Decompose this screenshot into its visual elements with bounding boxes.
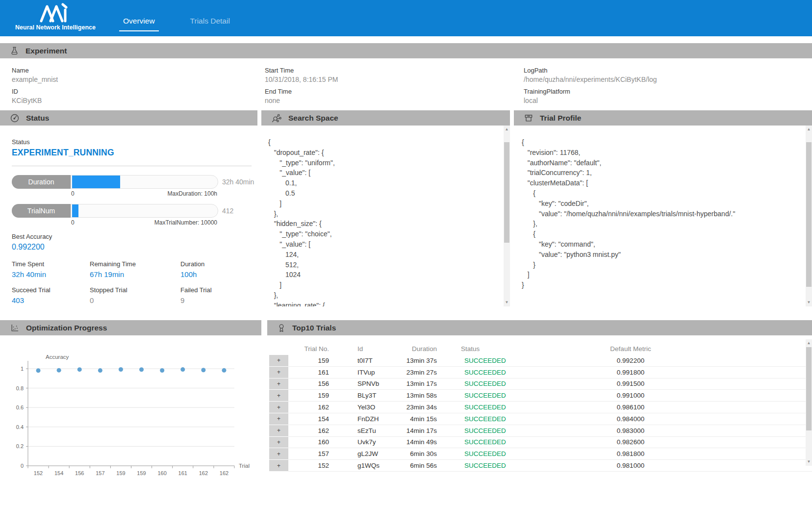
scrollbar-thumb[interactable] bbox=[504, 142, 509, 243]
expand-row-button[interactable]: + bbox=[269, 402, 288, 413]
cell-status: SUCCEEDED bbox=[437, 460, 555, 472]
field-label: LogPath bbox=[524, 67, 812, 74]
cell-id: ITVup bbox=[332, 367, 404, 379]
nni-logo[interactable]: Neural Network Intelligence bbox=[14, 3, 97, 31]
optimization-panel: Optimization Progress 10.80.60.40.201521… bbox=[0, 320, 261, 486]
expand-row-button[interactable]: + bbox=[269, 367, 288, 379]
cell-duration: 13min 37s bbox=[404, 355, 437, 367]
expand-row-button[interactable]: + bbox=[269, 355, 288, 367]
cell-id: Uvk7y bbox=[332, 437, 404, 449]
scrollbar-thumb[interactable] bbox=[806, 347, 812, 430]
col-default-metric: Default Metric bbox=[555, 342, 707, 355]
cell-trial-no: 154 bbox=[288, 413, 332, 425]
search-space-scrollbar[interactable]: ▲ ▼ bbox=[504, 126, 510, 306]
scroll-down-icon[interactable]: ▼ bbox=[806, 459, 812, 465]
nni-logo-mark bbox=[40, 3, 71, 23]
cell-default-metric: 0.981800 bbox=[555, 448, 707, 460]
search-space-panel: Search Space { "dropout_rate": { "_type"… bbox=[261, 110, 510, 306]
tab-overview[interactable]: Overview bbox=[119, 17, 159, 31]
table-row: +159BLy3T13min 58sSUCCEEDED0.991000 bbox=[269, 390, 812, 402]
cell-id: Yel3O bbox=[332, 402, 404, 413]
table-row: +152g1WQs6min 56sSUCCEEDED0.981000 bbox=[269, 460, 812, 472]
cell-id: FnDZH bbox=[332, 413, 404, 425]
cell-status: SUCCEEDED bbox=[437, 437, 555, 449]
field-label: End Time bbox=[265, 88, 524, 95]
cell-duration: 4min 15s bbox=[404, 413, 437, 425]
duration-bar-max: MaxDuration: 100h bbox=[168, 190, 217, 197]
cell-status: SUCCEEDED bbox=[437, 402, 555, 413]
cell-trial-no: 159 bbox=[288, 390, 332, 402]
expand-row-button[interactable]: + bbox=[269, 379, 288, 390]
stat-label: Remaining Time bbox=[90, 260, 180, 268]
expand-row-button[interactable]: + bbox=[269, 460, 288, 472]
top10-scrollbar[interactable]: ▲ ▼ bbox=[806, 339, 812, 466]
stat-label: Time Spent bbox=[12, 260, 90, 268]
expand-row-button[interactable]: + bbox=[269, 413, 288, 425]
stat-value: 0 bbox=[90, 296, 180, 304]
scroll-down-icon[interactable]: ▼ bbox=[504, 300, 510, 305]
cell-trial-no: 152 bbox=[288, 460, 332, 472]
cell-trial-no: 160 bbox=[288, 437, 332, 449]
expand-row-button[interactable]: + bbox=[269, 425, 288, 437]
field-label: Name bbox=[12, 67, 265, 74]
svg-text:159: 159 bbox=[137, 470, 146, 476]
trialnum-bar-track bbox=[71, 204, 218, 218]
svg-text:Accuracy: Accuracy bbox=[46, 354, 69, 360]
cell-trial-no: 159 bbox=[288, 355, 332, 367]
brand-title: Neural Network Intelligence bbox=[15, 24, 96, 31]
svg-text:0.8: 0.8 bbox=[16, 385, 24, 391]
scrollbar-thumb[interactable] bbox=[806, 142, 812, 287]
col-trial-no: Trial No. bbox=[288, 342, 332, 355]
svg-text:152: 152 bbox=[34, 470, 43, 476]
field-value: none bbox=[265, 97, 524, 104]
stat-value: 32h 40min bbox=[12, 270, 90, 278]
duration-progress-bar: Duration 32h 40min bbox=[12, 175, 254, 189]
cell-duration: 23min 34s bbox=[404, 402, 437, 413]
scroll-up-icon[interactable]: ▲ bbox=[806, 126, 812, 132]
trial-profile-panel: Trial Profile { "revision": 11768, "auth… bbox=[514, 110, 812, 306]
expand-row-button[interactable]: + bbox=[269, 390, 288, 402]
expand-row-button[interactable]: + bbox=[269, 448, 288, 460]
status-panel-header: Status bbox=[0, 110, 257, 126]
table-row: +162Yel3O23min 34sSUCCEEDED0.986100 bbox=[269, 402, 812, 413]
scroll-down-icon[interactable]: ▼ bbox=[806, 300, 812, 305]
accuracy-scatter-chart: 10.80.60.40.2015215415615715915916016116… bbox=[0, 335, 261, 484]
nav-tabs: Overview Trials Detail bbox=[119, 17, 234, 31]
cell-status: SUCCEEDED bbox=[437, 355, 555, 367]
duration-bar-track bbox=[71, 175, 218, 189]
status-label: Status bbox=[12, 138, 254, 146]
table-row: +160Uvk7y14min 49sSUCCEEDED0.982600 bbox=[269, 437, 812, 449]
stat-label: Succeed Trial bbox=[12, 286, 90, 294]
optimization-chart-svg: 10.80.60.40.2015215415615715915916016116… bbox=[0, 335, 261, 482]
cell-status: SUCCEEDED bbox=[437, 448, 555, 460]
cell-status: SUCCEEDED bbox=[437, 367, 555, 379]
svg-text:0: 0 bbox=[21, 463, 24, 469]
search-space-header: Search Space bbox=[261, 110, 510, 126]
stat-label: Failed Trial bbox=[180, 286, 254, 294]
tab-trials-detail[interactable]: Trials Detail bbox=[186, 17, 234, 31]
trialnum-bar-max: MaxTrialNumber: 10000 bbox=[154, 219, 217, 226]
cell-status: SUCCEEDED bbox=[437, 425, 555, 437]
stat-value: 67h 19min bbox=[90, 270, 180, 278]
status-panel: Status Status EXPERIMENT_RUNNING Duratio… bbox=[0, 110, 257, 306]
medal-icon bbox=[277, 323, 286, 333]
cell-default-metric: 0.991500 bbox=[555, 379, 707, 390]
svg-text:162: 162 bbox=[199, 470, 208, 476]
cell-duration: 13min 58s bbox=[404, 390, 437, 402]
cell-id: g1WQs bbox=[332, 460, 404, 472]
cell-duration: 6min 30s bbox=[404, 448, 437, 460]
experiment-fields: Name example_mnist ID KCiBytKB Start Tim… bbox=[0, 58, 812, 109]
field-value: 10/31/2018, 8:16:15 PM bbox=[265, 76, 524, 83]
cell-trial-no: 157 bbox=[288, 448, 332, 460]
cell-default-metric: 0.992200 bbox=[555, 355, 707, 367]
cell-status: SUCCEEDED bbox=[437, 379, 555, 390]
scroll-up-icon[interactable]: ▲ bbox=[806, 340, 812, 346]
expand-row-button[interactable]: + bbox=[269, 437, 288, 449]
molecule-icon bbox=[271, 113, 282, 123]
scroll-up-icon[interactable]: ▲ bbox=[504, 126, 510, 132]
cell-trial-no: 161 bbox=[288, 367, 332, 379]
trial-profile-scrollbar[interactable]: ▲ ▼ bbox=[806, 126, 812, 306]
cell-id: sEzTu bbox=[332, 425, 404, 437]
svg-text:157: 157 bbox=[96, 470, 104, 476]
cell-trial-no: 162 bbox=[288, 402, 332, 413]
